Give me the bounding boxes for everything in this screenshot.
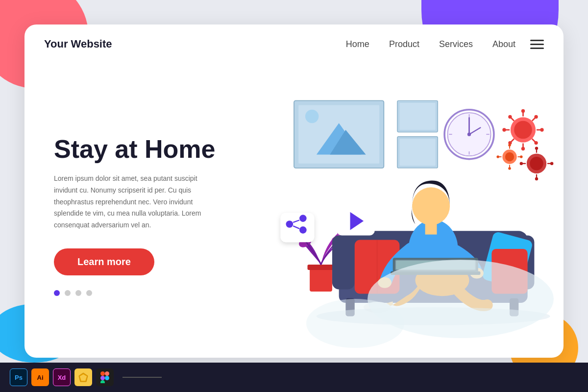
svg-rect-94 xyxy=(100,371,105,376)
hamburger-line-3 xyxy=(530,48,544,49)
svg-rect-74 xyxy=(425,223,437,235)
svg-point-51 xyxy=(508,167,511,170)
svg-point-37 xyxy=(530,157,543,171)
carousel-dots xyxy=(54,290,247,296)
nav-link-product[interactable]: Product xyxy=(389,39,419,49)
illustrator-icon[interactable]: Ai xyxy=(31,368,49,386)
dot-2[interactable] xyxy=(65,290,71,296)
nav-link-services[interactable]: Services xyxy=(439,39,473,49)
svg-rect-64 xyxy=(332,235,355,289)
svg-point-21 xyxy=(521,109,525,113)
hamburger-line-2 xyxy=(530,44,544,45)
xd-icon[interactable]: Xd xyxy=(53,368,71,386)
svg-rect-95 xyxy=(105,371,109,376)
svg-point-4 xyxy=(305,110,319,123)
site-logo: Your Website xyxy=(44,38,112,50)
svg-point-85 xyxy=(299,215,307,222)
hero-description: Lorem ipsum dolor sit amet, sea putant s… xyxy=(54,173,220,231)
svg-line-34 xyxy=(532,139,535,142)
svg-point-25 xyxy=(502,128,506,131)
hero-section: Stay at Home Lorem ipsum dolor sit amet,… xyxy=(24,64,564,358)
svg-point-49 xyxy=(508,144,511,147)
svg-line-30 xyxy=(532,118,535,121)
svg-rect-6 xyxy=(399,103,435,130)
svg-point-29 xyxy=(508,115,512,119)
svg-line-32 xyxy=(511,139,514,142)
learn-more-button[interactable]: Learn more xyxy=(54,248,154,275)
svg-point-73 xyxy=(412,187,450,225)
navbar: Your Website Home Product Services About xyxy=(24,24,564,64)
illus-blob-2 xyxy=(306,299,404,348)
svg-rect-56 xyxy=(310,267,332,292)
dot-3[interactable] xyxy=(75,290,81,296)
svg-line-28 xyxy=(511,118,514,121)
nav-item-home[interactable]: Home xyxy=(346,39,369,49)
svg-rect-8 xyxy=(399,139,435,166)
hamburger-menu[interactable] xyxy=(530,40,544,49)
svg-point-55 xyxy=(520,155,523,158)
svg-rect-57 xyxy=(308,265,335,270)
svg-point-27 xyxy=(540,128,543,131)
sketch-icon[interactable] xyxy=(74,368,92,386)
svg-point-23 xyxy=(521,147,525,150)
hero-illustration xyxy=(267,64,564,358)
nav-item-services[interactable]: Services xyxy=(439,39,473,49)
svg-rect-96 xyxy=(100,376,105,380)
svg-point-84 xyxy=(286,220,294,228)
hamburger-line-1 xyxy=(530,40,544,41)
svg-point-19 xyxy=(514,121,532,139)
bottom-toolbar: Ps Ai Xd xyxy=(0,363,588,392)
bottom-divider xyxy=(122,377,162,378)
photoshop-icon[interactable]: Ps xyxy=(10,368,27,386)
main-card: Your Website Home Product Services About… xyxy=(24,24,564,358)
svg-point-86 xyxy=(299,226,307,234)
figma-icon[interactable] xyxy=(96,368,114,386)
svg-point-47 xyxy=(505,152,514,161)
svg-point-53 xyxy=(496,155,499,158)
svg-point-35 xyxy=(534,141,538,145)
hero-left: Stay at Home Lorem ipsum dolor sit amet,… xyxy=(24,64,267,358)
hero-title: Stay at Home xyxy=(54,135,247,163)
svg-point-31 xyxy=(534,115,538,119)
nav-item-product[interactable]: Product xyxy=(389,39,419,49)
dot-1[interactable] xyxy=(54,290,60,296)
nav-links: Home Product Services About xyxy=(346,39,515,49)
svg-rect-97 xyxy=(100,380,105,383)
svg-point-39 xyxy=(535,147,538,149)
svg-point-98 xyxy=(105,376,109,380)
dot-4[interactable] xyxy=(86,290,92,296)
nav-item-about[interactable]: About xyxy=(492,39,515,49)
svg-point-45 xyxy=(550,162,553,165)
nav-link-about[interactable]: About xyxy=(492,39,515,49)
nav-link-home[interactable]: Home xyxy=(346,39,369,49)
svg-point-43 xyxy=(520,162,523,165)
svg-point-41 xyxy=(535,177,538,180)
svg-point-13 xyxy=(467,133,471,136)
